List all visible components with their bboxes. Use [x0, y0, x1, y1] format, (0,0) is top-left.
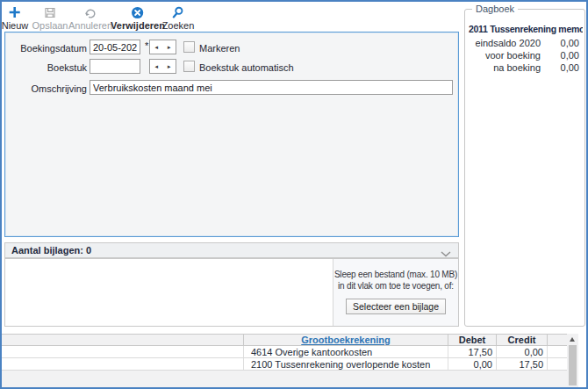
cancel-button[interactable]: Annuleren: [68, 5, 112, 31]
spin-right-icon[interactable]: ►: [163, 60, 176, 73]
attachments-panel: Sleep een bestand (max. 10 MB) in dit vl…: [4, 258, 459, 327]
dagboek-row-value: 0,00: [541, 38, 579, 49]
boekingsdatum-spinner: ◄ ►: [149, 40, 176, 54]
journal-entry-window: Nieuw Opslaan Annuleren Verwijderen: [0, 0, 588, 389]
boekingsdatum-input[interactable]: [90, 40, 140, 54]
credit-column-header: Credit: [496, 335, 548, 345]
grid-debet-cell: 0,00: [448, 358, 496, 370]
dagboek-row-label: na boeking: [469, 62, 541, 74]
drop-hint-line2: in dit vlak om toe te voegen, of:: [333, 280, 458, 292]
dagboek-row-eindsaldo: eindsaldo 2020 0,00: [469, 38, 579, 49]
dagboek-row-na-boeking: na boeking 0,00: [469, 62, 579, 74]
grid-account-cell: 2100 Tussenrekening overlopende kosten: [243, 358, 448, 370]
dagboek-legend: Dagboek: [472, 4, 518, 14]
undo-icon: [84, 5, 97, 19]
grid-row-2[interactable]: 2100 Tussenrekening overlopende kosten 0…: [2, 358, 567, 371]
search-icon: [172, 5, 184, 19]
grid-credit-cell: 17,50: [496, 358, 548, 370]
boekstuk-label: Boekstuk: [11, 61, 87, 74]
save-icon: [44, 5, 55, 19]
boekstuk-spinner: ◄ ►: [149, 59, 176, 74]
select-attachment-button[interactable]: Selecteer een bijlage: [346, 299, 446, 314]
dagboek-account-title: 2011 Tussenrekening memo...: [469, 24, 583, 34]
search-button-label: Zoeken: [162, 20, 195, 31]
dagboek-row-value: 0,00: [541, 50, 579, 61]
markeren-label: Markeren: [199, 42, 240, 54]
boekingsdatum-label: Boekingsdatum: [11, 42, 87, 54]
grid-row-1[interactable]: 4614 Overige kantoorkosten 17,50 0,00: [2, 346, 567, 358]
dagboek-row-label: voor boeking: [469, 50, 541, 61]
grid-debet-cell: 17,50: [448, 346, 496, 357]
required-marker: *: [145, 40, 148, 51]
spin-right-icon[interactable]: ►: [163, 40, 176, 54]
dagboek-row-value: 0,00: [541, 62, 579, 74]
spin-left-icon[interactable]: ◄: [150, 40, 163, 54]
save-button[interactable]: Opslaan: [32, 5, 68, 31]
boekstuk-input[interactable]: [90, 59, 140, 74]
attachments-header-bar[interactable]: Aantal bijlagen: 0: [4, 242, 459, 258]
grid-account-cell: 4614 Overige kantoorkosten: [243, 346, 448, 357]
debet-column-header: Debet: [448, 335, 496, 345]
delete-button[interactable]: Verwijderen: [111, 5, 165, 31]
scrollbar-thumb[interactable]: [569, 345, 577, 385]
grid-empty-area: [2, 371, 567, 387]
attachments-count-label: Aantal bijlagen: 0: [11, 245, 91, 256]
dagboek-panel: Dagboek 2011 Tussenrekening memo... eind…: [464, 9, 585, 327]
attachment-drop-zone[interactable]: [5, 259, 333, 326]
grid-credit-cell: 0,00: [496, 346, 548, 357]
booking-form-panel: Boekingsdatum * ◄ ► Markeren Boekstuk ◄ …: [4, 32, 459, 237]
grid-vertical-scrollbar[interactable]: [567, 334, 578, 387]
omschrijving-label: Omschrijving: [11, 83, 87, 95]
grootboekrekening-column-header[interactable]: Grootboekrekening: [243, 335, 448, 345]
markeren-checkbox[interactable]: [183, 41, 195, 53]
plus-icon: [9, 5, 21, 19]
dagboek-row-label: eindsaldo 2020: [469, 38, 541, 49]
spin-left-icon[interactable]: ◄: [150, 60, 163, 73]
new-button-label: Nieuw: [2, 20, 29, 31]
scroll-up-icon[interactable]: [570, 337, 575, 342]
drop-hint-line1: Sleep een bestand (max. 10 MB): [333, 269, 458, 280]
new-button[interactable]: Nieuw: [2, 5, 29, 31]
search-button[interactable]: Zoeken: [162, 5, 195, 31]
boekstuk-automatisch-label: Boekstuk automatisch: [199, 61, 294, 74]
grid-header-row: Grootboekrekening Debet Credit: [2, 334, 567, 346]
dagboek-row-voor-boeking: voor boeking 0,00: [469, 50, 579, 61]
save-button-label: Opslaan: [32, 20, 68, 31]
delete-circle-icon: [131, 5, 144, 19]
delete-button-label: Verwijderen: [111, 20, 165, 31]
cancel-button-label: Annuleren: [68, 20, 112, 31]
omschrijving-input[interactable]: [90, 80, 453, 95]
boekstuk-automatisch-checkbox[interactable]: [183, 61, 195, 72]
attachment-drop-info: Sleep een bestand (max. 10 MB) in dit vl…: [333, 259, 458, 326]
